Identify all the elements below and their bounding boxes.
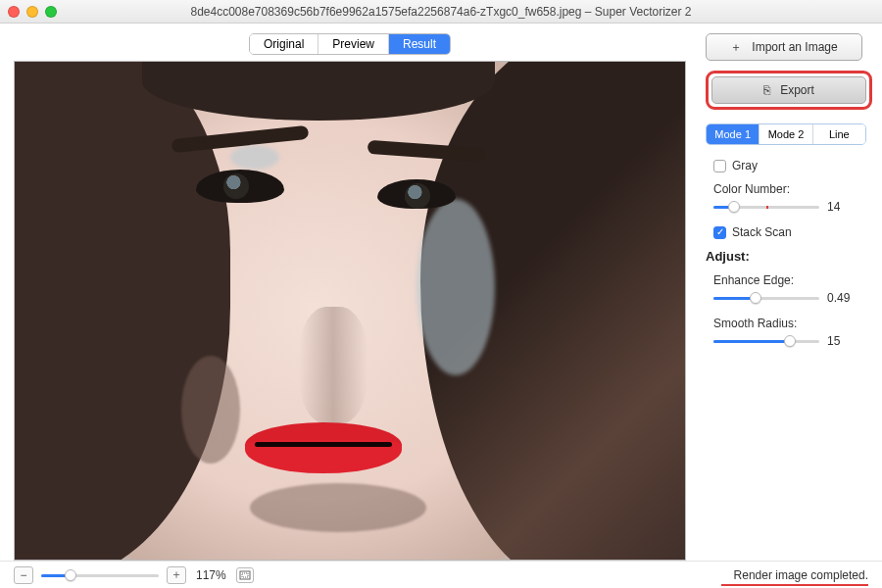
portrait-cheek-shadow [181, 356, 240, 464]
window-title: 8de4cc008e708369c56b7f6e9962a1575efa2256… [0, 5, 882, 19]
status-text: Render image completed. [734, 568, 868, 582]
zoom-window-button[interactable] [45, 6, 57, 18]
svg-rect-1 [242, 573, 248, 577]
gray-label: Gray [732, 159, 758, 172]
import-image-button[interactable]: ＋ Import an Image [706, 33, 862, 61]
smooth-radius-label: Smooth Radius: [713, 317, 868, 330]
zoom-slider[interactable] [41, 568, 159, 582]
close-window-button[interactable] [8, 6, 20, 18]
tab-original[interactable]: Original [250, 34, 318, 54]
minimize-window-button[interactable] [26, 6, 38, 18]
zoom-value: 117% [196, 568, 226, 582]
plus-icon: ＋ [730, 39, 742, 56]
color-number-label: Color Number: [713, 182, 868, 196]
line-mode-button[interactable]: Line [813, 124, 865, 144]
color-number-slider[interactable] [713, 200, 819, 214]
portrait-eye-left [196, 170, 284, 203]
fit-icon [239, 570, 251, 580]
stack-scan-label: Stack Scan [732, 225, 792, 239]
import-image-label: Import an Image [752, 40, 837, 54]
color-number-value: 14 [827, 200, 857, 214]
mode-segmented: Mode 1 Mode 2 Line [706, 123, 866, 145]
smooth-radius-value: 15 [827, 334, 857, 348]
export-label: Export [780, 83, 814, 97]
adjust-heading: Adjust: [706, 249, 868, 264]
portrait-lips [245, 422, 402, 481]
view-tabs: Original Preview Result [14, 33, 686, 55]
gray-checkbox[interactable] [713, 160, 726, 172]
enhance-edge-label: Enhance Edge: [713, 273, 868, 287]
portrait-nose [299, 307, 368, 424]
zoom-in-button[interactable]: ＋ [167, 566, 186, 584]
mode2-button[interactable]: Mode 2 [760, 124, 812, 144]
fit-to-screen-button[interactable] [236, 567, 254, 583]
titlebar: 8de4cc008e708369c56b7f6e9962a1575efa2256… [0, 0, 882, 24]
enhance-edge-value: 0.49 [827, 291, 857, 305]
window-controls [8, 6, 57, 18]
footer: − ＋ 117% Render image completed. [0, 561, 882, 588]
portrait-eye-highlight [230, 145, 279, 170]
export-icon: ⎘ [763, 83, 770, 97]
main-area: Original Preview Result [0, 24, 700, 561]
zoom-out-button[interactable]: − [14, 566, 33, 584]
sidebar: ＋ Import an Image ⎘ Export Mode 1 Mode 2… [700, 24, 882, 561]
mode1-button[interactable]: Mode 1 [707, 124, 760, 144]
stack-scan-checkbox[interactable] [713, 226, 726, 239]
portrait-chin-shadow [250, 483, 426, 532]
preview-canvas[interactable] [14, 61, 686, 561]
enhance-edge-slider[interactable] [713, 291, 819, 305]
export-button[interactable]: ⎘ Export [711, 76, 866, 104]
smooth-radius-slider[interactable] [713, 334, 819, 348]
tab-result[interactable]: Result [389, 34, 450, 54]
tab-preview[interactable]: Preview [318, 34, 389, 54]
status-underline [721, 584, 868, 586]
portrait-eye-right [377, 179, 456, 209]
export-highlight: ⎘ Export [706, 71, 872, 110]
portrait-highlight [416, 199, 495, 375]
